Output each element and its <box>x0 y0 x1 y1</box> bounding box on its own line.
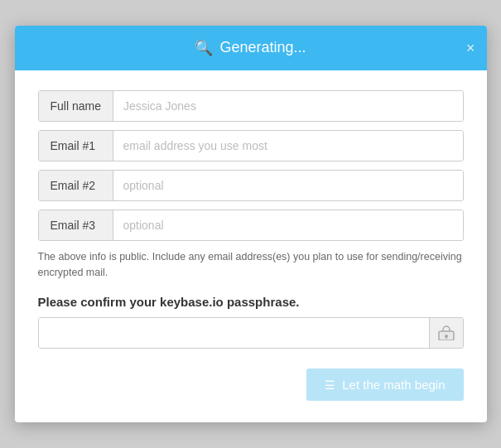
email3-input[interactable] <box>113 210 463 240</box>
email2-label: Email #2 <box>39 171 113 200</box>
footer: ☰ Let the math begin <box>38 369 464 406</box>
svg-rect-2 <box>446 336 447 339</box>
email2-input[interactable] <box>113 171 463 200</box>
full-name-group: Full name <box>38 90 464 122</box>
email1-input[interactable] <box>113 131 463 161</box>
passphrase-group <box>38 317 464 349</box>
close-button[interactable]: × <box>466 41 475 55</box>
password-icon <box>429 318 463 348</box>
submit-icon: ☰ <box>325 378 335 392</box>
full-name-label: Full name <box>39 91 113 121</box>
email3-label: Email #3 <box>39 210 113 240</box>
email1-group: Email #1 <box>38 130 464 161</box>
modal-overlay: 🔍 Generating... × Full name Email #1 Ema… <box>0 0 501 448</box>
modal-container: 🔍 Generating... × Full name Email #1 Ema… <box>15 26 487 423</box>
email3-group: Email #3 <box>38 210 464 241</box>
submit-button[interactable]: ☰ Let the math begin <box>306 369 463 401</box>
passphrase-label: Please confirm your keybase.io passphras… <box>38 295 464 309</box>
modal-body: Full name Email #1 Email #2 Email #3 The… <box>15 70 487 423</box>
generating-icon: 🔍 <box>195 39 213 57</box>
modal-title: 🔍 Generating... <box>195 39 306 57</box>
email2-group: Email #2 <box>38 170 464 201</box>
info-text: The above info is public. Include any em… <box>38 249 464 281</box>
modal-title-text: Generating... <box>219 39 306 56</box>
email1-label: Email #1 <box>39 131 113 161</box>
full-name-input[interactable] <box>113 91 463 121</box>
passphrase-input[interactable] <box>39 318 429 348</box>
submit-label: Let the math begin <box>342 378 445 392</box>
modal-header: 🔍 Generating... × <box>15 26 487 70</box>
